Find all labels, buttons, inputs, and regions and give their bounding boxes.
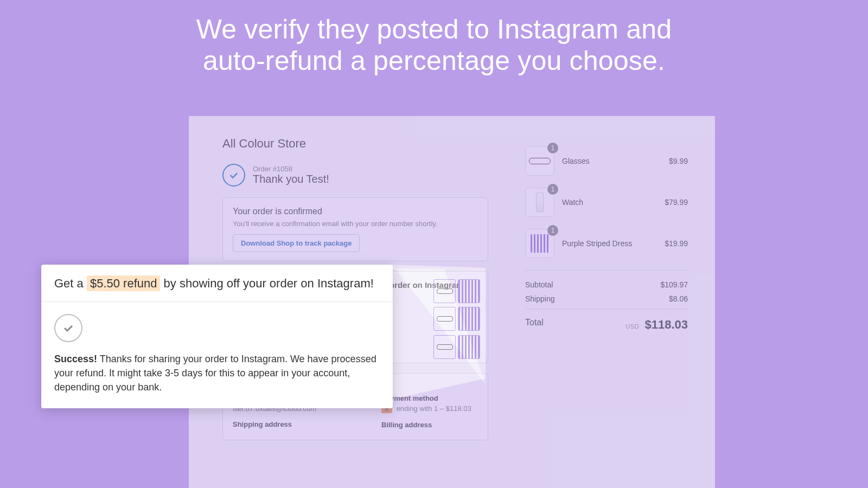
success-message: Success! Thanks for sharing your order t…	[54, 352, 380, 394]
subtotal-amount: $109.97	[660, 280, 688, 289]
success-rest: Thanks for sharing your order to Instagr…	[54, 354, 376, 393]
callout-head-prefix: Get a	[54, 277, 87, 290]
line-item-name: Watch	[562, 198, 657, 207]
callout-refund-pill: $5.50 refund	[87, 275, 161, 291]
shipping-amount: $8.06	[669, 294, 688, 303]
callout-heading: Get a $5.50 refund by showing off your o…	[41, 265, 393, 302]
hex-thumb-stripe-icon	[458, 335, 480, 359]
total-label: Total	[525, 318, 544, 332]
line-item: 1 Purple Striped Dress $19.99	[525, 229, 688, 258]
refund-success-callout: Get a $5.50 refund by showing off your o…	[41, 265, 393, 408]
shipping-label: Shipping	[525, 294, 555, 303]
download-shop-button[interactable]: Download Shop to track package	[233, 234, 360, 252]
hero-line2: auto-refund a percentage you choose.	[203, 46, 665, 76]
qty-badge: 1	[547, 184, 558, 195]
payment-method-value: ending with 1 – $118.03	[397, 404, 471, 413]
hex-thumb-stripe-icon	[458, 307, 480, 331]
product-thumb: 1	[525, 188, 554, 217]
confirmed-sub: You'll receive a confirmation email with…	[233, 220, 478, 228]
shipping-address-label: Shipping address	[233, 420, 347, 428]
hex-thumb-glasses-icon	[433, 279, 456, 303]
billing-address-label: Billing address	[381, 421, 471, 429]
hex-thumb-stripe-icon	[458, 279, 480, 303]
product-thumb: 1	[525, 229, 554, 258]
thank-you-line: Thank you Test!	[253, 173, 329, 185]
line-item-price: $9.99	[669, 157, 688, 165]
glasses-icon	[529, 158, 551, 164]
striped-dress-icon	[531, 234, 549, 253]
line-item-name: Glasses	[562, 157, 661, 165]
line-item-price: $79.99	[665, 198, 688, 207]
watch-icon	[536, 192, 544, 212]
total-currency: USD	[626, 323, 639, 330]
product-hex-grid	[433, 279, 480, 361]
order-confirmed-card: Your order is confirmed You'll receive a…	[222, 197, 488, 261]
hero-line1: We verify they posted to Instagram and	[196, 14, 672, 44]
line-item: 1 Glasses $9.99	[525, 146, 688, 176]
store-name: All Colour Store	[222, 137, 488, 151]
success-strong: Success!	[54, 354, 97, 364]
line-item-price: $19.99	[665, 239, 688, 248]
order-number: Order #1058	[253, 165, 329, 173]
checkmark-circle-icon	[54, 314, 82, 342]
total-amount: $118.03	[644, 318, 688, 331]
hex-thumb-glasses-icon	[433, 335, 456, 359]
checkmark-circle-icon	[222, 164, 245, 187]
line-item-name: Purple Striped Dress	[562, 239, 657, 248]
subtotal-label: Subtotal	[525, 280, 553, 289]
line-item: 1 Watch $79.99	[525, 188, 688, 217]
confirmed-title: Your order is confirmed	[233, 207, 478, 216]
hex-thumb-glasses-icon	[433, 307, 456, 331]
order-summary: 1 Glasses $9.99 1 Watch $79.99 1 Purple …	[525, 137, 688, 450]
qty-badge: 1	[547, 143, 558, 153]
callout-head-suffix: by showing off your order on Instagram!	[160, 277, 373, 290]
product-thumb: 1	[525, 146, 554, 176]
hero-headline: We verify they posted to Instagram and a…	[0, 14, 868, 76]
payment-method-label: Payment method	[381, 394, 471, 402]
qty-badge: 1	[547, 225, 558, 236]
